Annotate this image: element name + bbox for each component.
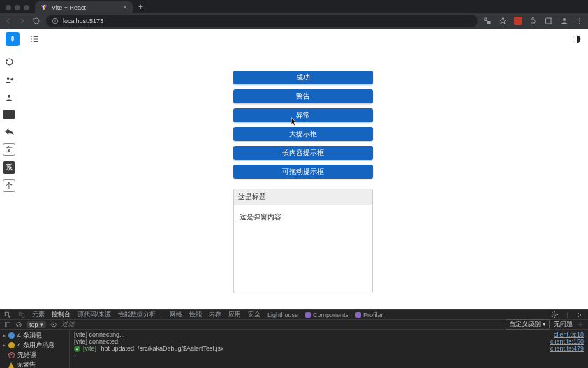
tab-sources[interactable]: 源代码/来源 (78, 310, 111, 319)
kebab-menu-icon[interactable] (575, 17, 584, 25)
svg-point-6 (579, 18, 580, 20)
nav-reload-icon[interactable] (32, 17, 41, 25)
btn-large[interactable]: 大提示框 (233, 127, 373, 141)
console-settings-icon[interactable] (577, 321, 584, 328)
theme-toggle-icon[interactable] (571, 34, 582, 45)
log-src-2[interactable]: client.ts:150 (550, 338, 584, 345)
devtools-device-icon[interactable] (18, 311, 25, 318)
traffic-light-max[interactable] (24, 5, 29, 10)
log-line-3a: [vite] (83, 345, 96, 352)
tab-security[interactable]: 安全 (248, 310, 260, 319)
svg-point-18 (567, 316, 568, 317)
extension-icon[interactable] (514, 17, 522, 25)
svg-rect-1 (55, 20, 56, 22)
svg-point-15 (554, 314, 556, 316)
svg-rect-13 (19, 312, 21, 316)
browser-chrome: Vite + React × + localhost:5173 (0, 0, 588, 29)
console-sidebar: ▸4 条消息 ▸4 条用户消息 ▸无错误 ▸无警告 (0, 330, 70, 368)
console-issues[interactable]: 无问题 (554, 320, 573, 329)
log-line-1: [vite] connecting... (74, 331, 125, 338)
left-rail: 文 系 个 (0, 29, 18, 309)
rail-text-1[interactable]: 系 (3, 161, 15, 174)
devtools-inspect-icon[interactable] (4, 311, 11, 318)
console-levels-select[interactable]: 自定义级别 ▾ (506, 319, 550, 330)
svg-point-7 (579, 20, 580, 22)
main-content: 成功 警告 异常 大提示框 长内容提示框 可拖动提示框 这是标题 这是弹窗内容 (18, 29, 588, 309)
profile-icon[interactable] (560, 17, 568, 25)
svg-rect-2 (55, 20, 56, 20)
console-context-select[interactable]: top ▾ (27, 321, 46, 328)
nav-forward-icon[interactable] (18, 17, 27, 25)
rail-text-2[interactable]: 个 (3, 179, 15, 192)
tab-network[interactable]: 网络 (170, 310, 182, 319)
tab-close-icon[interactable]: × (123, 3, 127, 11)
tab-elements[interactable]: 元素 (32, 310, 45, 319)
rail-reply-icon[interactable] (3, 125, 15, 138)
modal-body: 这是弹窗内容 (234, 205, 372, 229)
new-tab-button[interactable]: + (133, 2, 149, 13)
tab-application[interactable]: 应用 (228, 310, 241, 319)
console-log[interactable]: [vite] connecting...client.ts:18 [vite] … (70, 330, 588, 368)
console-eye-icon[interactable] (50, 321, 57, 328)
console-sidebar-toggle-icon[interactable] (4, 321, 11, 328)
modal-title: 这是标题 (234, 189, 372, 205)
traffic-light-min[interactable] (15, 5, 20, 10)
tab-title: Vite + React (52, 4, 86, 11)
rail-panel-icon[interactable] (3, 110, 15, 119)
tab-memory[interactable]: 内存 (209, 310, 221, 319)
svg-point-8 (579, 23, 580, 24)
tab-perf-insights[interactable]: 性能数据分析 (118, 310, 163, 319)
btn-success[interactable]: 成功 (233, 71, 373, 84)
svg-rect-14 (22, 313, 24, 316)
log-src-3[interactable]: client.ts:479 (550, 345, 584, 352)
side-user-messages[interactable]: ▸4 条用户消息 (3, 341, 66, 350)
browser-toolbar: localhost:5173 (0, 13, 588, 29)
log-src-1[interactable]: client.ts:18 (554, 331, 584, 338)
devtools-settings-icon[interactable] (551, 311, 559, 318)
side-no-warnings[interactable]: ▸无警告 (3, 360, 66, 368)
svg-point-17 (567, 314, 568, 315)
address-bar[interactable]: localhost:5173 (46, 15, 478, 27)
tab-strip: Vite + React × + (0, 0, 588, 13)
app-logo-icon[interactable] (6, 32, 20, 46)
side-panel-icon[interactable] (545, 17, 553, 25)
bookmark-icon[interactable] (499, 17, 507, 25)
svg-point-11 (8, 95, 10, 98)
translate-icon[interactable] (483, 17, 492, 25)
side-no-errors[interactable]: ▸无错误 (3, 351, 66, 360)
svg-rect-20 (5, 322, 7, 327)
console-filter-input[interactable]: 过滤 (61, 320, 159, 329)
btn-long[interactable]: 长内容提示框 (233, 146, 373, 160)
toc-icon[interactable] (29, 34, 41, 45)
console-prompt-icon: › (74, 352, 76, 359)
button-stack: 成功 警告 异常 大提示框 长内容提示框 可拖动提示框 这是标题 这是弹窗内容 (233, 71, 373, 309)
tab-performance[interactable]: 性能 (189, 310, 202, 319)
tab-react-profiler[interactable]: Profiler (355, 311, 383, 318)
svg-point-23 (580, 323, 582, 325)
side-messages[interactable]: ▸4 条消息 (3, 331, 66, 340)
window-controls (6, 5, 29, 10)
console-subbar: top ▾ 过滤 自定义级别 ▾ 无问题 (0, 320, 588, 330)
tab-console[interactable]: 控制台 (52, 310, 71, 319)
devtools-tabs: 元素 控制台 源代码/来源 性能数据分析 网络 性能 内存 应用 安全 Ligh… (0, 310, 588, 320)
devtools-close-icon[interactable] (577, 311, 584, 318)
svg-rect-4 (550, 18, 552, 24)
btn-error[interactable]: 异常 (233, 108, 373, 122)
extensions-puzzle-icon[interactable] (529, 17, 538, 25)
site-info-icon[interactable] (52, 17, 59, 24)
devtools-kebab-icon[interactable] (564, 311, 571, 318)
tab-react-components[interactable]: Components (305, 311, 348, 318)
rail-user-icon[interactable] (3, 91, 15, 104)
rail-add-user-icon[interactable] (3, 73, 15, 86)
btn-drag[interactable]: 可拖动提示框 (233, 165, 373, 179)
browser-tab-active[interactable]: Vite + React × (35, 1, 133, 13)
tab-lighthouse[interactable]: Lighthouse (267, 311, 298, 318)
svg-point-22 (53, 323, 55, 325)
btn-warning[interactable]: 警告 (233, 89, 373, 103)
rail-refresh-icon[interactable] (3, 55, 15, 68)
traffic-light-close[interactable] (6, 5, 11, 10)
nav-back-icon[interactable] (4, 17, 13, 25)
log-line-3b: hot updated: /src/kakaDebug/$AalertTest.… (99, 345, 224, 352)
rail-text-0[interactable]: 文 (3, 143, 15, 156)
console-clear-icon[interactable] (15, 321, 22, 328)
